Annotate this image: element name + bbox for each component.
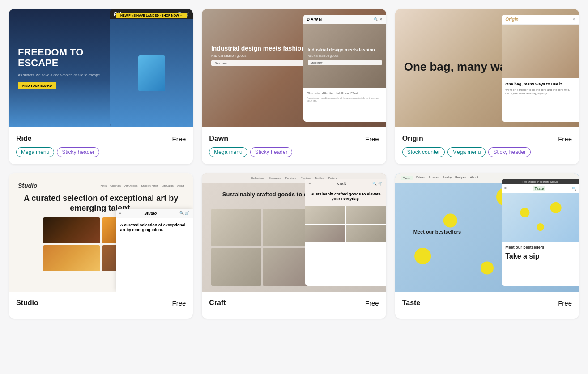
craft-mobile-header: ≡ craft 🔍 🛒: [305, 179, 386, 188]
origin-tag-stock-counter[interactable]: Stock counter: [402, 147, 445, 157]
dawn-title: Dawn: [209, 135, 228, 143]
craft-image-grid: [211, 209, 312, 286]
card-preview-studio: Studio Prints Originals Art Objects Shop…: [9, 173, 193, 292]
craft-mobile-headline: Sustainably crafted goods to elevate you…: [309, 192, 383, 201]
craft-mobile-img-4: [346, 225, 386, 242]
ride-tag-sticky-header[interactable]: Sticky header: [57, 147, 99, 157]
card-preview-origin: One bag, many ways to use it. Origin ✕ O…: [395, 9, 579, 128]
card-taste[interactable]: Taste Drinks Snacks Pantry Recipes About…: [395, 173, 579, 319]
ride-banner: NEW FINS HAVE LANDED · SHOP NOW →: [116, 13, 187, 18]
studio-nav-prints: Prints: [100, 184, 107, 187]
dawn-mobile-subtext: Radical fashion goods.: [308, 54, 382, 57]
taste-nav-drinks: Drinks: [416, 176, 425, 180]
dawn-headline: Industrial design meets fashion.: [211, 45, 312, 52]
origin-tag-mega-menu[interactable]: Mega menu: [447, 147, 486, 157]
card-studio[interactable]: Studio Prints Originals Art Objects Shop…: [9, 173, 193, 319]
studio-mobile-icons: 🔍 🛒: [179, 211, 189, 215]
taste-nav-snacks: Snacks: [429, 176, 439, 180]
origin-mobile-image: [502, 25, 579, 78]
studio-mobile-logo: Studio: [144, 211, 157, 216]
origin-mobile-headline: One bag, many ways to use it.: [505, 82, 575, 86]
ride-title: Ride: [16, 135, 32, 143]
studio-card-info: Studio Free: [9, 292, 193, 319]
ride-tag-mega-menu[interactable]: Mega menu: [16, 147, 54, 157]
dawn-mobile-panel: DAWN 🔍 ✕ Industrial design meets fashion…: [303, 15, 386, 122]
origin-card-info: Origin Free Stock counter Mega menu Stic…: [395, 128, 579, 164]
craft-mobile-img-2: [346, 206, 386, 224]
dawn-card-info: Dawn Free Mega menu Sticky header: [202, 128, 386, 164]
origin-title-row: Origin Free: [402, 135, 572, 143]
dawn-mobile-header: DAWN 🔍 ✕: [303, 15, 386, 24]
studio-title: Studio: [16, 299, 38, 307]
card-ride[interactable]: FREEDOM TO ESCAPE As surfers, we have a …: [9, 9, 193, 164]
craft-card-info: Craft Free: [202, 292, 386, 319]
craft-mobile-img-1: [305, 206, 345, 224]
origin-mobile-logo: Origin: [505, 17, 518, 22]
dawn-mobile-logo: DAWN: [307, 17, 323, 21]
studio-mobile-header: ≡ Studio 🔍 🛒: [116, 209, 193, 218]
dawn-below-text: Obsessive Attention. Intelligent Effort.: [307, 92, 383, 95]
dawn-cta-btn: Shop now: [211, 60, 312, 66]
craft-mobile-hamburger: ≡: [309, 182, 311, 186]
studio-mobile-hamburger: ≡: [119, 211, 122, 215]
taste-mobile-image: [502, 193, 579, 241]
origin-title: Origin: [402, 135, 423, 143]
craft-mobile-img-3: [305, 225, 345, 242]
taste-nav-pantry: Pantry: [443, 176, 452, 180]
studio-nav-art: Art Objects: [124, 184, 138, 187]
dawn-mobile-content: Industrial design meets fashion. Radical…: [303, 24, 386, 88]
ride-headline: FREEDOM TO ESCAPE: [18, 47, 111, 68]
ride-mobile-image: [110, 19, 193, 128]
taste-subtitle: Meet our bestsellers: [413, 229, 496, 236]
origin-mobile-panel: Origin ✕ One bag, many ways to use it. W…: [502, 15, 579, 122]
card-preview-ride: FREEDOM TO ESCAPE As surfers, we have a …: [9, 9, 193, 128]
craft-title-row: Craft Free: [209, 299, 379, 307]
card-dawn[interactable]: Industrial design meets fashion. Radical…: [202, 9, 386, 164]
dawn-price: Free: [365, 135, 379, 143]
craft-img-1: [211, 209, 261, 246]
ride-tags: Mega menu Sticky header: [16, 147, 186, 157]
dawn-mobile-icons: 🔍 ✕: [374, 17, 382, 21]
studio-mobile-content: A curated selection of exceptional art b…: [116, 218, 193, 239]
taste-mobile-header: ≡ Taste 🔍: [502, 184, 579, 193]
dawn-tag-sticky-header[interactable]: Sticky header: [250, 147, 293, 157]
dawn-mobile-headline: Industrial design meets fashion.: [308, 47, 382, 52]
craft-title: Craft: [209, 299, 226, 307]
studio-mobile-overlay: ≡ Studio 🔍 🛒 A curated selection of exce…: [116, 209, 193, 292]
card-origin[interactable]: One bag, many ways to use it. Origin ✕ O…: [395, 9, 579, 164]
card-preview-craft: Collections Clearance Furniture Planters…: [202, 173, 386, 292]
studio-price: Free: [172, 299, 186, 307]
card-preview-dawn: Industrial design meets fashion. Radical…: [202, 9, 386, 128]
dawn-below-sub: Functional handbags made of luxurious ma…: [307, 97, 383, 102]
taste-subtitle-text: Meet our bestsellers: [413, 229, 496, 234]
card-craft[interactable]: Collections Clearance Furniture Planters…: [202, 173, 386, 319]
origin-price: Free: [558, 135, 572, 143]
taste-mobile-banner: Free shipping on all orders over $70: [502, 179, 579, 184]
origin-mobile-icons: ✕: [572, 17, 575, 21]
taste-mobile-logo: Taste: [533, 186, 545, 191]
studio-title-row: Studio Free: [16, 299, 186, 307]
taste-title: Taste: [402, 299, 421, 307]
origin-tag-sticky-header[interactable]: Sticky header: [488, 147, 531, 157]
taste-mobile-icons: 🔍: [572, 187, 576, 191]
craft-nav-clearance: Clearance: [268, 177, 281, 179]
origin-mobile-description: We're on a mission to do one thing and o…: [505, 88, 575, 96]
taste-logo: Taste: [401, 176, 413, 180]
dawn-tags: Mega menu Sticky header: [209, 147, 379, 157]
taste-nav: Taste Drinks Snacks Pantry Recipes About: [401, 176, 478, 180]
origin-mobile-text: One bag, many ways to use it. We're on a…: [502, 78, 579, 99]
ride-card-info: Ride Free Mega menu Sticky header: [9, 128, 193, 164]
craft-mobile-content: Sustainably crafted goods to elevate you…: [305, 188, 386, 206]
craft-mobile-panel: ≡ craft 🔍 🛒 Sustainably crafted goods to…: [305, 179, 386, 286]
ride-subtext: As surfers, we have a deep-rooted desire…: [18, 72, 111, 77]
taste-mobile-sip: Take a sip: [505, 252, 575, 260]
ride-title-row: Ride Free: [16, 135, 186, 143]
studio-mobile-headline: A curated selection of exceptional art b…: [120, 223, 189, 233]
taste-title-row: Taste Free: [402, 299, 572, 307]
craft-img-3: [211, 248, 261, 285]
card-preview-taste: Taste Drinks Snacks Pantry Recipes About…: [395, 173, 579, 292]
taste-nav-recipes: Recipes: [455, 176, 466, 180]
craft-mobile-icons: 🔍 🛒: [372, 182, 382, 186]
dawn-tag-mega-menu[interactable]: Mega menu: [209, 147, 247, 157]
studio-nav: Prints Originals Art Objects Shop by Art…: [100, 184, 184, 187]
